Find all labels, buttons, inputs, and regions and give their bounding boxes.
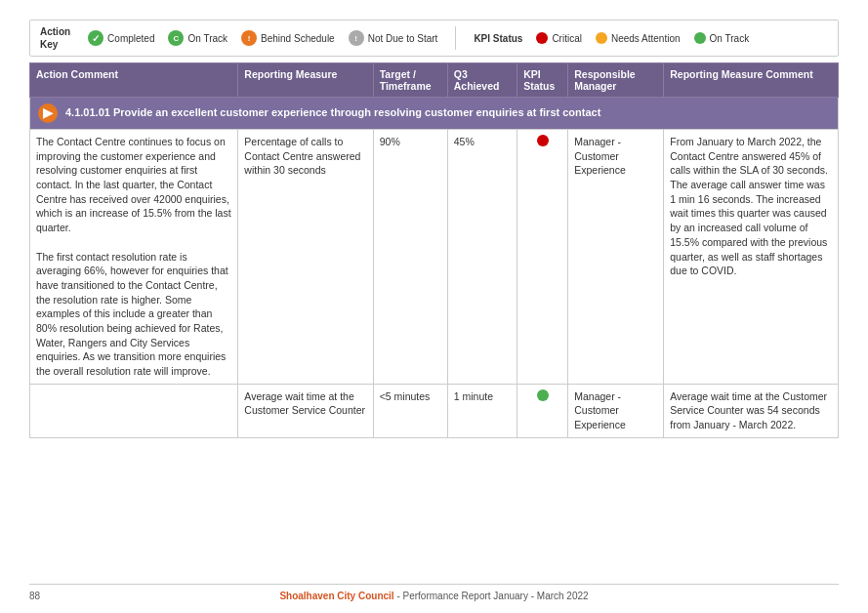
needs-attention-dot	[596, 32, 607, 44]
legend-title: ActionKey	[40, 25, 70, 51]
legend-completed: ✓ Completed	[88, 30, 154, 46]
responsible-cell-2: Manager - Customer Experience	[568, 384, 664, 437]
kpi-status-label: KPI Status	[474, 33, 522, 44]
behind-label: Behind Schedule	[261, 33, 335, 44]
responsible-text-1: Manager - Customer Experience	[574, 136, 626, 176]
behind-icon: !	[241, 30, 257, 46]
on-track-icon: C	[168, 30, 184, 46]
table-header-row: Action Comment Reporting Measure Target …	[30, 63, 839, 98]
legend-bar: ActionKey ✓ Completed C On Track ! Behin…	[29, 20, 839, 57]
header-target: Target / Timeframe	[373, 63, 447, 98]
reporting-measure-cell-2: Average wait time at the Customer Servic…	[238, 384, 373, 437]
q3-cell-2: 1 minute	[447, 384, 517, 437]
section-header-cell: ▶ 4.1.01.01 Provide an excellent custome…	[30, 98, 839, 130]
target-text-2: <5 minutes	[380, 390, 431, 402]
page: ActionKey ✓ Completed C On Track ! Behin…	[0, 0, 868, 613]
kpi-dot-2	[537, 389, 549, 401]
orange-arrow-icon: ▶	[38, 103, 58, 123]
table-row: The Contact Centre continues to focus on…	[30, 130, 839, 385]
footer-bar: 88 Shoalhaven City Council - Performance…	[29, 584, 839, 601]
legend-kpi-needs-attention: Needs Attention	[596, 32, 681, 44]
responsible-text-2: Manager - Customer Experience	[574, 390, 626, 430]
reporting-measure-text-1: Percentage of calls to Contact Centre an…	[244, 136, 360, 176]
on-track-kpi-dot	[694, 32, 706, 44]
header-responsible: Responsible Manager	[568, 63, 664, 98]
header-q3: Q3 Achieved	[447, 63, 517, 98]
completed-icon: ✓	[88, 30, 103, 46]
footer-text: Shoalhaven City Council - Performance Re…	[279, 591, 588, 601]
q3-text-1: 45%	[454, 136, 475, 147]
comment-cell-1: From January to March 2022, the Contact …	[664, 130, 839, 385]
footer-org-name: Shoalhaven City Council	[279, 591, 393, 601]
legend-behind: ! Behind Schedule	[241, 30, 335, 46]
critical-dot	[536, 32, 548, 44]
target-cell-1: 90%	[373, 130, 447, 385]
legend-kpi-critical: Critical	[536, 32, 582, 44]
target-cell-2: <5 minutes	[373, 384, 447, 437]
not-due-icon: !	[349, 30, 364, 46]
comment-cell-2: Average wait time at the Customer Servic…	[664, 384, 839, 437]
comment-text-2: Average wait time at the Customer Servic…	[670, 390, 827, 430]
on-track-kpi-label: On Track	[710, 33, 750, 44]
reporting-measure-cell-1: Percentage of calls to Contact Centre an…	[238, 130, 373, 385]
table-row: Average wait time at the Customer Servic…	[30, 384, 839, 437]
section-header-inner: ▶ 4.1.01.01 Provide an excellent custome…	[38, 103, 830, 123]
action-comment-cell-2	[30, 384, 238, 437]
header-action: Action Comment	[30, 63, 238, 98]
legend-divider	[455, 26, 456, 50]
action-comment-text-1b: The first contact resolution rate is ave…	[36, 251, 228, 378]
kpi-status-cell-2	[517, 384, 568, 437]
main-table: Action Comment Reporting Measure Target …	[29, 62, 839, 438]
action-comment-cell-1: The Contact Centre continues to focus on…	[30, 130, 238, 385]
legend-on-track: C On Track	[168, 30, 227, 46]
comment-text-1: From January to March 2022, the Contact …	[670, 136, 828, 276]
header-kpi: KPI Status	[517, 63, 568, 98]
kpi-status-cell-1	[517, 130, 568, 385]
page-number: 88	[29, 591, 40, 601]
q3-cell-1: 45%	[447, 130, 517, 385]
needs-attention-label: Needs Attention	[611, 33, 681, 44]
legend-kpi-on-track: On Track	[694, 32, 750, 44]
section-header-row: ▶ 4.1.01.01 Provide an excellent custome…	[30, 98, 839, 130]
section-title: 4.1.01.01 Provide an excellent customer …	[65, 105, 600, 120]
reporting-measure-text-2: Average wait time at the Customer Servic…	[244, 390, 365, 417]
legend-not-due: ! Not Due to Start	[349, 30, 438, 46]
not-due-label: Not Due to Start	[368, 33, 438, 44]
completed-label: Completed	[107, 33, 154, 44]
kpi-dot-1	[537, 135, 549, 146]
critical-label: Critical	[552, 33, 582, 44]
on-track-label: On Track	[187, 33, 227, 44]
q3-text-2: 1 minute	[454, 390, 493, 402]
header-comment: Reporting Measure Comment	[664, 63, 839, 98]
target-text-1: 90%	[380, 136, 400, 147]
responsible-cell-1: Manager - Customer Experience	[568, 130, 664, 385]
header-reporting: Reporting Measure	[238, 63, 373, 98]
action-comment-text-1: The Contact Centre continues to focus on…	[36, 136, 231, 233]
footer-report-label: - Performance Report January - March 202…	[396, 591, 588, 601]
